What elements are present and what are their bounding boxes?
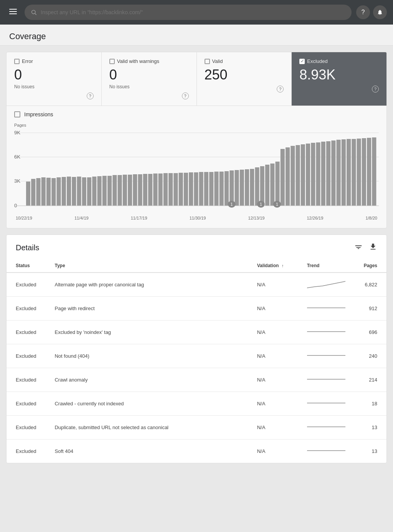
svg-rect-14 (31, 179, 35, 206)
svg-rect-37 (148, 174, 152, 206)
error-label: Error (22, 58, 33, 64)
svg-rect-15 (36, 178, 40, 206)
excluded-tile[interactable]: Excluded 8.93K ? (292, 52, 386, 106)
app-header: ? (0, 0, 393, 25)
table-row[interactable]: Excluded Excluded by 'noindex' tag N/A 6… (7, 320, 386, 344)
row-pages: 6,822 (355, 273, 386, 297)
table-row[interactable]: Excluded Page with redirect N/A 912 (7, 296, 386, 320)
svg-rect-28 (102, 176, 107, 206)
trend-chart (307, 278, 345, 290)
impressions-row: Impressions (7, 106, 386, 123)
chart-y-label: Pages (14, 123, 379, 127)
notifications-button[interactable] (373, 5, 387, 19)
svg-rect-78 (357, 139, 361, 206)
col-header-validation[interactable]: Validation ↑ (248, 259, 298, 273)
search-input[interactable] (41, 9, 345, 15)
page-header: Coverage (0, 25, 393, 46)
table-row[interactable]: Excluded Crawl anomaly N/A 214 (7, 368, 386, 392)
svg-line-4 (35, 13, 36, 15)
error-sub: No issues (14, 84, 94, 89)
search-bar[interactable] (25, 5, 352, 20)
trend-chart (307, 302, 345, 314)
valid-warnings-checkbox[interactable] (109, 59, 115, 64)
table-row[interactable]: Excluded Not found (404) N/A 240 (7, 344, 386, 368)
svg-rect-79 (362, 138, 366, 206)
chart-area: Pages 9K 6K 3K 0 (7, 123, 386, 228)
row-validation: N/A (248, 320, 298, 344)
error-help-icon[interactable]: ? (87, 93, 94, 99)
svg-rect-35 (138, 174, 142, 206)
svg-rect-63 (281, 149, 285, 206)
row-status: Excluded (7, 296, 45, 320)
row-validation: N/A (248, 439, 298, 463)
svg-rect-46 (194, 172, 198, 206)
menu-icon[interactable] (6, 5, 20, 20)
valid-checkbox[interactable] (205, 59, 210, 64)
svg-rect-30 (112, 175, 117, 206)
table-row[interactable]: Excluded Soft 404 N/A 13 (7, 439, 386, 463)
col-header-pages: Pages (355, 259, 386, 273)
row-validation: N/A (248, 344, 298, 368)
valid-warnings-help-icon[interactable]: ? (182, 93, 189, 99)
svg-rect-81 (372, 137, 376, 206)
svg-rect-70 (316, 142, 320, 206)
error-checkbox[interactable] (14, 59, 20, 64)
row-pages: 240 (355, 344, 386, 368)
svg-rect-50 (214, 172, 218, 206)
row-status: Excluded (7, 273, 45, 297)
valid-warnings-tile[interactable]: Valid with warnings 0 No issues ? (102, 52, 197, 106)
row-status: Excluded (7, 320, 45, 344)
row-status: Excluded (7, 344, 45, 368)
svg-rect-60 (265, 165, 269, 206)
details-title: Details (16, 243, 39, 252)
help-button[interactable]: ? (356, 5, 370, 19)
svg-rect-39 (159, 173, 163, 206)
search-icon (31, 9, 37, 15)
svg-text:9K: 9K (14, 130, 21, 135)
svg-rect-72 (326, 141, 330, 206)
svg-rect-21 (67, 177, 71, 206)
svg-rect-43 (179, 173, 183, 206)
table-row[interactable]: Excluded Crawled - currently not indexed… (7, 392, 386, 415)
row-trend (298, 296, 355, 320)
error-tile[interactable]: Error 0 No issues ? (7, 52, 102, 106)
svg-rect-36 (143, 174, 147, 206)
svg-rect-57 (250, 169, 254, 206)
row-type: Crawled - currently not indexed (45, 392, 248, 415)
valid-help-icon[interactable]: ? (277, 86, 284, 93)
filter-button[interactable] (354, 243, 363, 253)
table-row[interactable]: Excluded Duplicate, submitted URL not se… (7, 415, 386, 439)
valid-label: Valid (212, 58, 223, 64)
table-row[interactable]: Excluded Alternate page with proper cano… (7, 273, 386, 297)
coverage-card: Error 0 No issues ? Valid with warnings … (6, 52, 387, 228)
svg-rect-55 (240, 170, 244, 206)
row-type: Alternate page with proper canonical tag (45, 273, 248, 297)
details-header: Details (7, 235, 386, 259)
svg-rect-31 (118, 175, 122, 206)
svg-rect-17 (46, 178, 51, 206)
row-pages: 18 (355, 392, 386, 415)
impressions-checkbox[interactable] (14, 111, 20, 117)
row-type: Duplicate, submitted URL not selected as… (45, 415, 248, 439)
excluded-help-icon[interactable]: ? (372, 86, 379, 93)
svg-rect-2 (9, 13, 17, 14)
x-label-6: 1/8/20 (365, 216, 377, 220)
svg-rect-73 (331, 140, 335, 206)
download-button[interactable] (369, 243, 377, 253)
valid-tile[interactable]: Valid 250 ? (197, 52, 292, 106)
row-trend (298, 392, 355, 415)
table-body: Excluded Alternate page with proper cano… (7, 273, 386, 463)
svg-rect-47 (199, 172, 203, 206)
svg-rect-44 (184, 173, 188, 206)
svg-rect-58 (255, 167, 259, 206)
details-card: Details Status Type (6, 235, 387, 463)
svg-rect-26 (92, 177, 96, 206)
row-pages: 912 (355, 296, 386, 320)
excluded-checkbox[interactable] (299, 59, 305, 64)
trend-chart (307, 421, 345, 433)
svg-rect-45 (189, 172, 193, 206)
x-label-1: 11/4/19 (74, 216, 89, 220)
row-type: Crawl anomaly (45, 368, 248, 392)
col-header-type: Type (45, 259, 248, 273)
row-trend (298, 415, 355, 439)
